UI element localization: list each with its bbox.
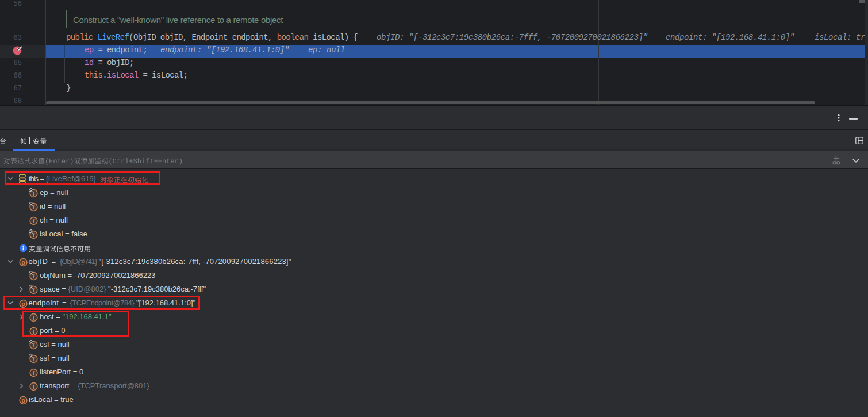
- svg-text:f: f: [33, 232, 35, 238]
- svg-text:p: p: [21, 397, 25, 404]
- svg-text:f: f: [33, 287, 35, 293]
- svg-text:f: f: [33, 370, 35, 376]
- svg-text:p: p: [21, 259, 25, 266]
- svg-text:f: f: [33, 204, 35, 211]
- svg-text:f: f: [33, 384, 35, 390]
- svg-text:f: f: [33, 273, 35, 280]
- svg-text:f: f: [33, 342, 35, 349]
- svg-text:f: f: [33, 218, 35, 224]
- svg-text:f: f: [33, 190, 35, 197]
- svg-text:f: f: [33, 356, 35, 362]
